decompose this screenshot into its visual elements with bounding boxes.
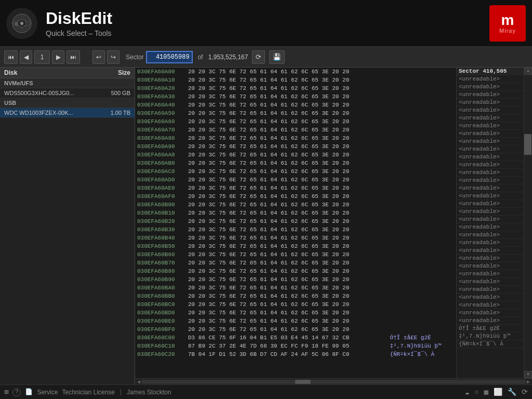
right-panel-item: <unreadable> xyxy=(457,286,524,294)
save-button[interactable]: 💾 xyxy=(269,50,285,64)
help-icon[interactable]: ? xyxy=(12,388,21,396)
table-row[interactable]: 030EFA60B10 20 20 3C 75 6E 72 65 61 64 6… xyxy=(135,209,456,217)
scroll-down-button[interactable]: ▼ xyxy=(524,371,532,378)
table-row[interactable]: 030EFA60C10 87 B9 2C 37 2E 4E 7D 68 39 E… xyxy=(135,342,456,350)
nvme-disk-item[interactable]: WDS500G3XHC-00SJG0... 500 GB xyxy=(0,88,135,98)
table-row[interactable]: 030EFA60BF0 20 20 3C 75 6E 72 65 61 64 6… xyxy=(135,325,456,334)
cloud-icon[interactable]: ☁ xyxy=(465,388,469,396)
ascii-cell xyxy=(388,126,456,134)
undo-button[interactable]: ↩ xyxy=(92,50,105,64)
monitor-icon[interactable]: ⬜ xyxy=(494,388,502,396)
first-button[interactable]: ⏮ xyxy=(4,50,18,64)
page-number-input[interactable] xyxy=(34,50,50,64)
hscroll-thumb[interactable] xyxy=(295,380,311,384)
hex-cell: 20 20 3C 75 6E 72 65 61 64 61 62 6C 65 3… xyxy=(187,284,388,292)
right-panel-item: <unreadable> xyxy=(457,169,524,177)
right-panel-item: <unreadable> xyxy=(457,91,524,99)
table-row[interactable]: 030EFA60BE0 20 20 3C 75 6E 72 65 61 64 6… xyxy=(135,317,456,325)
status-bar: ⊞ ? 📄 Service Technician License | James… xyxy=(0,384,532,399)
table-row[interactable]: 030EFA60BD0 20 20 3C 75 6E 72 65 61 64 6… xyxy=(135,309,456,317)
hex-table-wrapper[interactable]: 030EFA60A00 20 20 3C 75 6E 72 65 61 64 6… xyxy=(135,68,456,378)
sector-total: 1,953,525,167 xyxy=(208,54,248,61)
table-row[interactable]: 030EFA60A80 20 20 3C 75 6E 72 65 61 64 6… xyxy=(135,134,456,142)
statusbar-left: ⊞ ? 📄 Service Technician License | James… xyxy=(4,388,459,396)
redo-button[interactable]: ↪ xyxy=(107,50,119,64)
table-row[interactable]: 030EFA60A90 20 20 3C 75 6E 72 65 61 64 6… xyxy=(135,142,456,151)
table-row[interactable]: 030EFA60B50 20 20 3C 75 6E 72 65 61 64 6… xyxy=(135,242,456,250)
hex-cell: 20 20 3C 75 6E 72 65 61 64 61 62 6C 65 3… xyxy=(187,201,388,209)
circle-icon[interactable]: ○ xyxy=(474,388,478,396)
table-row[interactable]: 030EFA60B30 20 20 3C 75 6E 72 65 61 64 6… xyxy=(135,225,456,234)
refresh-icon[interactable]: ⟳ xyxy=(522,388,528,396)
hscroll-right-button[interactable]: ▶ xyxy=(526,379,531,385)
table-row[interactable]: 030EFA60AE0 20 20 3C 75 6E 72 65 61 64 6… xyxy=(135,184,456,192)
right-panel-item: <unreadable> xyxy=(457,99,524,107)
reload-button[interactable]: ⟳ xyxy=(252,50,265,64)
right-panel-item: <unreadable> xyxy=(457,200,524,208)
table-row[interactable]: 030EFA60B90 20 20 3C 75 6E 72 65 61 64 6… xyxy=(135,275,456,284)
table-row[interactable]: 030EFA60C00 D3 86 CE 75 6F 16 04 B1 E5 0… xyxy=(135,334,456,342)
table-row[interactable]: 030EFA60A10 20 20 3C 75 6E 72 65 61 64 6… xyxy=(135,76,456,84)
ascii-cell xyxy=(388,292,456,300)
horizontal-scrollbar[interactable]: ◀ ▶ xyxy=(135,378,532,384)
table-row[interactable]: 030EFA60AD0 20 20 3C 75 6E 72 65 61 64 6… xyxy=(135,176,456,184)
hex-cell: 7B 04 1F D1 52 3D 6B D7 CD AF 24 AF 5C 0… xyxy=(187,350,388,358)
table-row[interactable]: 030EFA60A50 20 20 3C 75 6E 72 65 61 64 6… xyxy=(135,109,456,117)
hex-cell: 20 20 3C 75 6E 72 65 61 64 61 62 6C 65 3… xyxy=(187,292,388,300)
hex-cell: 20 20 3C 75 6E 72 65 61 64 61 62 6C 65 3… xyxy=(187,209,388,217)
grid-icon[interactable]: ⊞ xyxy=(4,388,8,396)
table-row[interactable]: 030EFA60A40 20 20 3C 75 6E 72 65 61 64 6… xyxy=(135,101,456,109)
app-subtitle: Quick Select – Tools xyxy=(46,29,489,37)
table-row[interactable]: 030EFA60B60 20 20 3C 75 6E 72 65 61 64 6… xyxy=(135,250,456,259)
table-row[interactable]: 030EFA60B20 20 20 3C 75 6E 72 65 61 64 6… xyxy=(135,217,456,225)
address-cell: 030EFA60C10 xyxy=(135,342,187,350)
table-row[interactable]: 030EFA60B80 20 20 3C 75 6E 72 65 61 64 6… xyxy=(135,267,456,275)
scroll-up-button[interactable]: ▲ xyxy=(524,68,532,75)
tools-icon[interactable]: 🔧 xyxy=(508,388,516,396)
address-cell: 030EFA60C20 xyxy=(135,350,187,358)
prev-button[interactable]: ◀ xyxy=(20,50,32,64)
right-panel-item: <unreadable> xyxy=(457,138,524,145)
table-row[interactable]: 030EFA60B40 20 20 3C 75 6E 72 65 61 64 6… xyxy=(135,234,456,242)
ascii-cell xyxy=(388,217,456,225)
address-cell: 030EFA60BB0 xyxy=(135,292,187,300)
table-row[interactable]: 030EFA60BA0 20 20 3C 75 6E 72 65 61 64 6… xyxy=(135,284,456,292)
table-row[interactable]: 030EFA60AC0 20 20 3C 75 6E 72 65 61 64 6… xyxy=(135,167,456,176)
hex-cell: 87 B9 2C 37 2E 4E 7D 68 39 EC FC F9 18 F… xyxy=(187,342,388,350)
hex-content: 030EFA60A00 20 20 3C 75 6E 72 65 61 64 6… xyxy=(135,68,532,378)
nvme-group-label: NVMe/UFS xyxy=(0,78,135,88)
address-cell: 030EFA60A70 xyxy=(135,126,187,134)
table-row[interactable]: 030EFA60BC0 20 20 3C 75 6E 72 65 61 64 6… xyxy=(135,300,456,309)
hex-cell: 20 20 3C 75 6E 72 65 61 64 61 62 6C 65 3… xyxy=(187,151,388,159)
ascii-cell: ‡¹,7.N}h9ìüù þ™ xyxy=(388,342,456,350)
table-row[interactable]: 030EFA60B00 20 20 3C 75 6E 72 65 61 64 6… xyxy=(135,201,456,209)
table-row[interactable]: 030EFA60A70 20 20 3C 75 6E 72 65 61 64 6… xyxy=(135,126,456,134)
next-button[interactable]: ▶ xyxy=(52,50,64,64)
usb-disk-item[interactable]: WDC WD1003FZEX-00K... 1.00 TB xyxy=(0,108,135,118)
table-row[interactable]: 030EFA60AB0 20 20 3C 75 6E 72 65 61 64 6… xyxy=(135,159,456,167)
hscroll-left-button[interactable]: ◀ xyxy=(136,379,141,385)
ascii-cell xyxy=(388,159,456,167)
hscroll-track[interactable] xyxy=(141,380,526,384)
grid2-icon[interactable]: ▦ xyxy=(484,388,488,396)
address-cell: 030EFA60BE0 xyxy=(135,317,187,325)
last-button[interactable]: ⏭ xyxy=(66,50,80,64)
address-cell: 030EFA60AC0 xyxy=(135,167,187,176)
hex-cell: 20 20 3C 75 6E 72 65 61 64 61 62 6C 65 3… xyxy=(187,76,388,84)
table-row[interactable]: 030EFA60A00 20 20 3C 75 6E 72 65 61 64 6… xyxy=(135,68,456,76)
table-row[interactable]: 030EFA60A20 20 20 3C 75 6E 72 65 61 64 6… xyxy=(135,84,456,92)
table-row[interactable]: 030EFA60AA0 20 20 3C 75 6E 72 65 61 64 6… xyxy=(135,151,456,159)
table-row[interactable]: 030EFA60AF0 20 20 3C 75 6E 72 65 61 64 6… xyxy=(135,192,456,201)
table-row[interactable]: 030EFA60B70 20 20 3C 75 6E 72 65 61 64 6… xyxy=(135,259,456,267)
ascii-cell xyxy=(388,151,456,159)
disk-panel-header: Disk Size xyxy=(0,68,135,78)
scrollbar-thumb[interactable] xyxy=(524,134,531,155)
sector-input[interactable]: 410505989 xyxy=(146,51,193,63)
table-row[interactable]: 030EFA60A30 20 20 3C 75 6E 72 65 61 64 6… xyxy=(135,92,456,101)
table-row[interactable]: 030EFA60A60 20 20 3C 75 6E 72 65 61 64 6… xyxy=(135,117,456,126)
right-panel-item: <unreadable> xyxy=(457,262,524,270)
table-row[interactable]: 030EFA60C20 7B 04 1F D1 52 3D 6B D7 CD A… xyxy=(135,350,456,358)
vertical-scrollbar[interactable]: ▲ ▼ xyxy=(524,68,532,378)
table-row[interactable]: 030EFA60BB0 20 20 3C 75 6E 72 65 61 64 6… xyxy=(135,292,456,300)
scrollbar-track[interactable] xyxy=(524,75,532,371)
